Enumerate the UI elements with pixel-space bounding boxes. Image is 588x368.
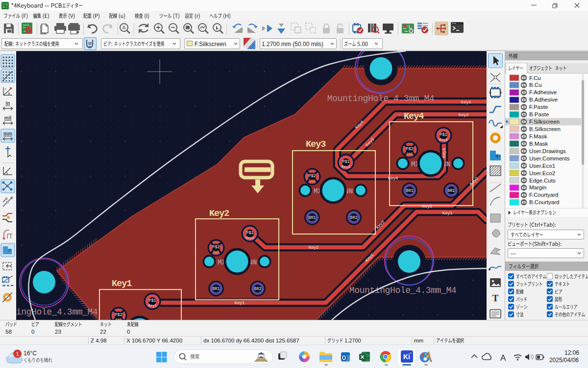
svg-text:F.Mask: F.Mask — [529, 133, 547, 139]
svg-text:F.Cu: F.Cu — [529, 75, 541, 81]
svg-text:Edge.Cuts: Edge.Cuts — [529, 178, 556, 184]
svg-text:P$1: P$1 — [342, 159, 349, 164]
svg-text:B.Cu: B.Cu — [529, 82, 542, 88]
svg-text:MountingHole_4.3mm_M4: MountingHole_4.3mm_M4 — [327, 94, 434, 104]
svg-text:in: in — [6, 101, 10, 106]
svg-text:Key4: Key4 — [442, 148, 447, 158]
svg-text:Key2: Key2 — [309, 245, 318, 250]
svg-text:User.Comments: User.Comments — [529, 156, 570, 161]
svg-text:MountingHole_4.3mm_M4: MountingHole_4.3mm_M4 — [349, 286, 456, 295]
svg-text:P$1: P$1 — [148, 298, 156, 303]
svg-text:User.Drawings: User.Drawings — [529, 148, 566, 154]
svg-text:B.Adhesive: B.Adhesive — [529, 97, 558, 103]
svg-text:mm: mm — [3, 131, 12, 136]
svg-text:GND: GND — [309, 179, 316, 183]
svg-text:F.Adhesive: F.Adhesive — [529, 89, 557, 95]
svg-text:Key2: Key2 — [209, 209, 229, 219]
svg-text:User.Eco1: User.Eco1 — [529, 163, 555, 169]
svg-text:T: T — [492, 293, 499, 303]
svg-text:P$2: P$2 — [308, 174, 316, 179]
svg-text:B.Courtyard: B.Courtyard — [529, 199, 559, 205]
svg-text:GND: GND — [213, 250, 220, 254]
svg-text:Key3: Key3 — [342, 165, 350, 169]
svg-text:MountingHole_4.3mm_M4: MountingHole_4.3mm_M4 — [16, 307, 98, 317]
svg-text:B.Mask: B.Mask — [529, 141, 548, 147]
svg-text:r: r — [5, 87, 6, 91]
svg-text:BR2: BR2 — [350, 215, 357, 220]
svg-text:Key2: Key2 — [422, 204, 432, 209]
svg-text:P$2: P$2 — [406, 147, 413, 152]
svg-text:P$2: P$2 — [212, 245, 220, 250]
svg-text:1: 1 — [16, 351, 19, 357]
svg-text:Key1: Key1 — [148, 304, 157, 308]
svg-text:GND: GND — [407, 152, 413, 156]
svg-text:F.Courtyard: F.Courtyard — [529, 192, 558, 198]
svg-text:Key2: Key2 — [246, 236, 254, 240]
svg-text:Key1: Key1 — [442, 211, 452, 216]
svg-text:F.Silkscreen: F.Silkscreen — [529, 119, 560, 125]
svg-text:mil: mil — [4, 115, 12, 121]
svg-text:Key4: Key4 — [461, 100, 471, 105]
svg-text:A: A — [122, 25, 126, 30]
svg-text:Key3: Key3 — [459, 113, 468, 118]
svg-text:B.Silkscreen: B.Silkscreen — [529, 126, 561, 132]
svg-text:Key4: Key4 — [440, 138, 448, 142]
svg-text:θ: θ — [8, 91, 10, 96]
svg-text:B.Paste: B.Paste — [529, 111, 549, 117]
svg-text:User.Eco2: User.Eco2 — [529, 170, 555, 176]
svg-text:P$1: P$1 — [440, 132, 447, 137]
svg-text:Ki: Ki — [403, 353, 410, 361]
svg-text:Margin: Margin — [529, 184, 546, 190]
svg-text:P$1: P$1 — [246, 231, 253, 236]
svg-text:BR2: BR2 — [447, 188, 455, 193]
svg-text:Key1: Key1 — [235, 301, 245, 306]
svg-text:BR1: BR1 — [308, 215, 316, 220]
svg-text:Key4: Key4 — [404, 111, 424, 122]
svg-text:F.Paste: F.Paste — [529, 104, 548, 110]
svg-text:Key3: Key3 — [306, 139, 326, 150]
svg-text:P$2: P$2 — [115, 313, 122, 317]
svg-text:BR2: BR2 — [254, 287, 261, 291]
svg-text:Key1: Key1 — [112, 279, 132, 289]
svg-text:BR1: BR1 — [212, 287, 220, 291]
svg-text:A: A — [500, 353, 506, 363]
svg-text:BR1: BR1 — [406, 188, 413, 193]
svg-text:Key4: Key4 — [388, 176, 398, 181]
